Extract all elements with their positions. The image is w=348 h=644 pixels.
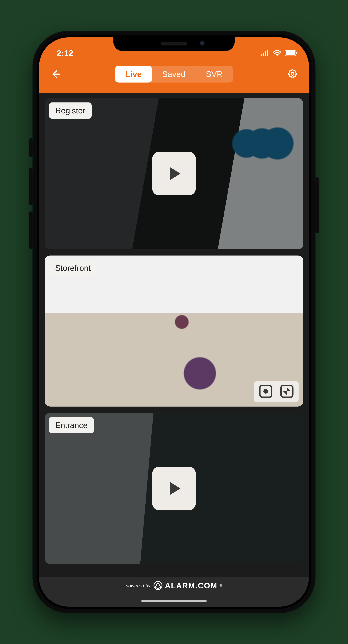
camera-feed-list[interactable]: Register Storefront	[39, 94, 309, 577]
view-mode-segmented-control: Live Saved SVR	[115, 66, 233, 82]
brand-block: powered by ALARM.COM ®	[126, 581, 222, 591]
svg-point-10	[263, 389, 268, 394]
back-button[interactable]	[48, 66, 63, 82]
settings-button[interactable]	[285, 66, 300, 82]
brand-mark: ALARM.COM ®	[153, 581, 222, 591]
tab-live[interactable]: Live	[115, 66, 152, 82]
camera-card-storefront[interactable]: Storefront	[45, 256, 303, 407]
nav-row: Live Saved SVR	[39, 62, 309, 86]
status-indicators	[261, 50, 298, 56]
play-icon	[164, 478, 184, 498]
phone-power-button	[316, 177, 319, 233]
tab-svr-label: SVR	[206, 70, 223, 79]
brand-name: ALARM.COM	[165, 581, 217, 590]
tab-saved[interactable]: Saved	[152, 66, 196, 82]
svg-rect-2	[265, 52, 266, 56]
registered-icon: ®	[220, 584, 222, 588]
phone-screen: 2:12	[39, 37, 309, 607]
tab-svr[interactable]: SVR	[196, 66, 233, 82]
status-time: 2:12	[50, 48, 73, 58]
home-indicator[interactable]	[141, 600, 207, 602]
tab-live-label: Live	[125, 70, 142, 79]
phone-volume-up	[29, 168, 32, 205]
camera-card-register[interactable]: Register	[45, 98, 303, 249]
play-button[interactable]	[152, 467, 196, 510]
cellular-icon	[261, 50, 269, 56]
record-button[interactable]	[258, 384, 274, 400]
wifi-icon	[273, 50, 281, 56]
svg-rect-3	[267, 50, 268, 56]
svg-rect-1	[263, 53, 264, 56]
expand-icon	[280, 384, 294, 399]
phone-notch	[113, 37, 235, 51]
phone-mute-switch	[29, 138, 32, 157]
brand-logo-icon	[153, 581, 163, 591]
phone-volume-down	[29, 212, 32, 249]
svg-rect-0	[261, 54, 262, 56]
camera-card-entrance[interactable]: Entrance	[45, 413, 303, 564]
svg-marker-8	[170, 167, 180, 180]
play-icon	[164, 164, 184, 184]
play-button[interactable]	[152, 152, 196, 196]
camera-label: Register	[49, 102, 92, 119]
svg-rect-7	[296, 52, 297, 54]
camera-label: Entrance	[49, 417, 94, 433]
expand-button[interactable]	[279, 384, 295, 400]
svg-marker-14	[170, 482, 180, 495]
powered-by-label: powered by	[126, 583, 151, 588]
page-background: 2:12	[0, 0, 348, 644]
app-footer: powered by ALARM.COM ®	[39, 577, 309, 607]
gear-icon	[287, 68, 298, 80]
app-root: 2:12	[39, 37, 309, 607]
phone-bezel: 2:12	[37, 35, 311, 609]
svg-marker-12	[287, 388, 291, 391]
camera-tools	[254, 381, 299, 402]
record-icon	[259, 384, 273, 399]
svg-marker-13	[283, 391, 287, 395]
svg-rect-6	[286, 51, 295, 55]
tab-saved-label: Saved	[162, 70, 185, 79]
svg-point-4	[277, 55, 278, 56]
phone-frame: 2:12	[32, 31, 316, 613]
camera-label: Storefront	[49, 260, 97, 276]
battery-icon	[285, 50, 298, 56]
phone-front-camera	[200, 41, 205, 46]
